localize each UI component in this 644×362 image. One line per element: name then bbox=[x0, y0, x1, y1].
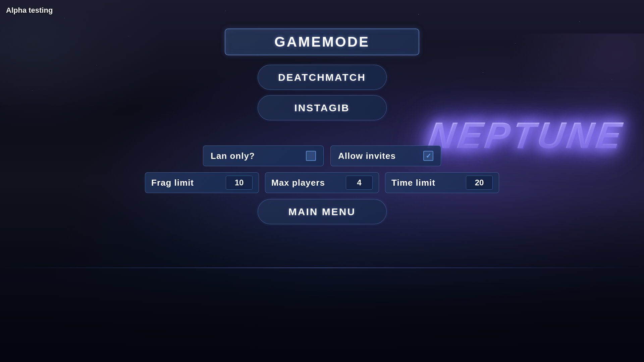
main-menu-button[interactable]: MAIN MENU bbox=[258, 199, 387, 224]
time-limit-panel: Time limit 20 bbox=[385, 172, 499, 193]
max-players-input[interactable]: 4 bbox=[346, 176, 373, 190]
time-limit-input[interactable]: 20 bbox=[466, 176, 493, 190]
gamemode-title-button[interactable]: GAMEMODE bbox=[225, 28, 419, 55]
frag-limit-panel: Frag limit 10 bbox=[145, 172, 259, 193]
lan-only-label: Lan only? bbox=[211, 151, 255, 161]
main-content: GAMEMODE DEATCHMATCH INSTAGIB Lan only? … bbox=[0, 0, 644, 362]
frag-limit-label: Frag limit bbox=[151, 178, 194, 188]
allow-invites-checkbox[interactable] bbox=[423, 151, 433, 161]
checkbox-row: Lan only? Allow invites bbox=[203, 145, 441, 166]
allow-invites-label: Allow invites bbox=[338, 151, 396, 161]
deatchmatch-button[interactable]: DEATCHMATCH bbox=[258, 65, 387, 90]
lan-only-panel[interactable]: Lan only? bbox=[203, 145, 324, 166]
max-players-panel: Max players 4 bbox=[265, 172, 379, 193]
inputs-row: Frag limit 10 Max players 4 Time limit 2… bbox=[145, 172, 499, 193]
allow-invites-panel[interactable]: Allow invites bbox=[330, 145, 441, 166]
controls-area: Lan only? Allow invites Frag limit 10 Ma… bbox=[145, 145, 499, 224]
instagib-button[interactable]: INSTAGIB bbox=[258, 95, 387, 120]
max-players-label: Max players bbox=[271, 178, 325, 188]
time-limit-label: Time limit bbox=[391, 178, 435, 188]
frag-limit-input[interactable]: 10 bbox=[226, 176, 253, 190]
lan-only-checkbox[interactable] bbox=[306, 151, 316, 161]
